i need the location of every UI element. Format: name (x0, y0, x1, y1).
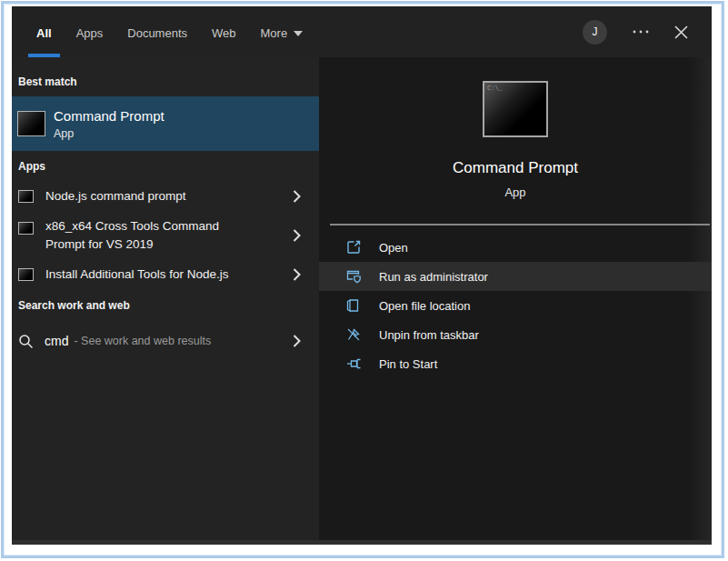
results-list-panel: Best match Command Prompt App Apps Node.… (12, 57, 319, 545)
action-label: Unpin from taskbar (379, 328, 479, 342)
unpin-from-taskbar-icon (346, 327, 362, 342)
tab-web[interactable]: Web (204, 6, 244, 57)
tab-apps-label: Apps (76, 26, 104, 40)
list-item-label: Node.js command prompt (45, 187, 186, 205)
command-prompt-icon (18, 222, 34, 235)
tab-documents-label: Documents (127, 26, 187, 40)
tab-web-label: Web (212, 26, 236, 40)
tab-all[interactable]: All (28, 6, 60, 57)
close-icon[interactable] (674, 25, 688, 39)
chevron-right-icon[interactable] (293, 229, 301, 242)
filter-tabs: All Apps Documents Web More (12, 6, 319, 57)
list-item-label: x86_x64 Cross Tools Command Prompt for V… (45, 217, 259, 253)
action-open[interactable]: Open (319, 233, 712, 262)
list-item-install-additional-tools[interactable]: Install Additional Tools for Node.js (12, 259, 319, 290)
action-label: Pin to Start (379, 357, 437, 371)
command-prompt-icon (17, 111, 45, 136)
open-icon (346, 240, 362, 255)
search-web-header: Search work and web (12, 290, 319, 320)
chevron-right-icon[interactable] (293, 190, 301, 203)
search-icon (18, 334, 34, 349)
command-prompt-icon: C:\_ (483, 81, 548, 137)
tab-more-label: More (261, 26, 288, 40)
action-unpin-from-taskbar[interactable]: Unpin from taskbar (319, 320, 712, 349)
search-query: cmd (45, 334, 68, 348)
command-prompt-icon (18, 190, 34, 203)
windows-search-window: All Apps Documents Web More J Best match (12, 6, 712, 545)
divider (330, 224, 710, 225)
search-results-area: Best match Command Prompt App Apps Node.… (12, 57, 712, 545)
best-match-header: Best match (12, 66, 319, 96)
action-open-file-location[interactable]: Open file location (319, 291, 712, 320)
tab-all-label: All (36, 26, 52, 40)
search-hint: - See work and web results (74, 335, 211, 347)
chevron-right-icon[interactable] (293, 335, 301, 347)
pin-to-start-icon (346, 357, 362, 370)
document-canvas: All Apps Documents Web More J Best match (0, 0, 728, 561)
preview-subtitle: App (319, 185, 712, 199)
preview-title: Command Prompt (319, 159, 712, 177)
chevron-right-icon[interactable] (293, 268, 301, 281)
list-item-label: Install Additional Tools for Node.js (45, 265, 229, 284)
best-match-item[interactable]: Command Prompt App (12, 96, 319, 151)
best-match-title: Command Prompt (54, 108, 165, 124)
chevron-down-icon (294, 31, 303, 36)
action-run-as-administrator[interactable]: Run as administrator (319, 262, 712, 291)
command-prompt-icon (18, 268, 34, 281)
avatar[interactable]: J (583, 20, 607, 45)
search-filter-bar: All Apps Documents Web More J (12, 6, 712, 57)
run-as-admin-icon (346, 269, 362, 284)
action-pin-to-start[interactable]: Pin to Start (319, 349, 712, 378)
action-label: Open (379, 241, 408, 255)
apps-header: Apps (12, 151, 319, 181)
best-match-subtitle: App (54, 127, 165, 140)
ellipsis-icon[interactable] (633, 29, 649, 35)
action-label: Run as administrator (379, 270, 488, 284)
list-item-web-search-cmd[interactable]: cmd - See work and web results (12, 326, 319, 356)
preview-panel: C:\_ Command Prompt App Open (319, 57, 712, 545)
tab-apps[interactable]: Apps (68, 6, 112, 57)
open-file-location-icon (346, 298, 362, 313)
tab-documents[interactable]: Documents (119, 6, 195, 57)
list-item-nodejs-command-prompt[interactable]: Node.js command prompt (12, 181, 319, 212)
tab-more[interactable]: More (253, 6, 312, 57)
action-label: Open file location (379, 299, 470, 313)
titlebar-controls: J (583, 6, 712, 57)
list-item-x86-x64-cross-tools[interactable]: x86_x64 Cross Tools Command Prompt for V… (12, 212, 319, 259)
